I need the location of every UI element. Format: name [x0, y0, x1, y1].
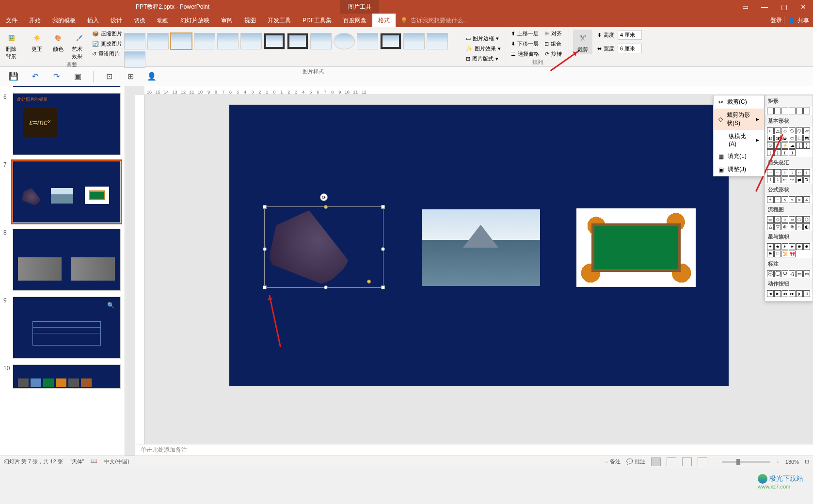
tab-insert[interactable]: 插入 [81, 14, 105, 27]
picture-style-thumb[interactable] [380, 33, 401, 49]
shape-callout[interactable]: 🗨 [781, 270, 788, 277]
ribbon-display-icon[interactable]: ▭ [735, 0, 755, 14]
minimize-icon[interactable]: — [755, 0, 774, 14]
slide-thumb-6[interactable]: 6 此处照片的标题 ε=mc² [13, 93, 121, 155]
shape-action[interactable]: ⏵ [796, 290, 803, 297]
rotation-handle[interactable]: ⟳ [320, 193, 328, 201]
shape-flowchart[interactable]: ▭ [767, 216, 774, 223]
shape-rect[interactable] [781, 108, 788, 114]
shape-arrow[interactable]: ↩ [781, 176, 788, 183]
slide-thumb-8[interactable]: 8 [13, 229, 121, 291]
reset-picture-button[interactable]: ↺重设图片 [91, 49, 123, 59]
shape-basic[interactable]: ⚡ [781, 142, 788, 149]
shape-basic[interactable]: ☁ [789, 142, 796, 149]
shape-action[interactable]: ◄ [767, 290, 774, 297]
shape-callout[interactable]: 🗯 [789, 270, 796, 277]
shape-equation[interactable]: × [781, 196, 788, 203]
shape-callout[interactable]: ▭ [803, 270, 810, 277]
shape-flowchart[interactable]: ⊗ [789, 223, 796, 230]
shape-equation[interactable]: − [774, 196, 781, 203]
tab-review[interactable]: 审阅 [215, 14, 239, 27]
shape-arrow[interactable]: ↑ [781, 169, 788, 176]
crop-menu-fill[interactable]: ▦填充(L) [714, 150, 764, 163]
shape-callout[interactable]: ▭ [796, 270, 803, 277]
remove-background-button[interactable]: 🖼️ 删除背景 [4, 29, 19, 61]
resize-handle[interactable] [381, 285, 385, 289]
tab-slideshow[interactable]: 幻灯片放映 [175, 14, 215, 27]
resize-handle[interactable] [381, 205, 385, 209]
crop-menu-fit[interactable]: ▣调整(J) [714, 163, 764, 176]
picture-style-thumb[interactable] [357, 33, 378, 49]
notes-toggle[interactable]: ≐ 备注 [604, 458, 621, 465]
picture-style-thumb[interactable] [124, 33, 145, 49]
shape-action[interactable]: ℹ [803, 290, 810, 297]
corrections-button[interactable]: ☀️更正 [27, 29, 47, 54]
slide-thumb-10[interactable]: 10 [13, 364, 121, 389]
shape-star[interactable]: ✸ [796, 243, 803, 250]
language-status[interactable]: 中文(中国) [104, 458, 129, 465]
shape-flowchart[interactable]: ○ [781, 216, 788, 223]
height-input[interactable] [618, 30, 642, 40]
picture-style-thumb[interactable] [217, 33, 239, 49]
shape-flowchart[interactable]: ◐ [803, 223, 810, 230]
shape-basic[interactable]: ⬡ [796, 127, 803, 134]
picture-style-thumb[interactable] [287, 33, 308, 49]
shape-action[interactable]: ⏮ [781, 290, 788, 297]
qat-icon[interactable]: ⊡ [103, 71, 115, 82]
shape-flowchart[interactable]: ⌂ [796, 223, 803, 230]
shape-flowchart[interactable]: ⬭ [796, 216, 803, 223]
tab-design[interactable]: 设计 [105, 14, 128, 27]
shape-star[interactable]: 🎀 [789, 251, 796, 257]
tab-baidu-netdisk[interactable]: 百度网盘 [337, 14, 372, 27]
comments-toggle[interactable]: 💬 批注 [626, 458, 645, 465]
shape-arrow[interactable]: ⤴ [767, 176, 774, 183]
shape-flowchart[interactable]: ▱ [789, 216, 796, 223]
redo-button[interactable]: ↷ [50, 71, 62, 82]
picture-style-thumb[interactable] [194, 33, 215, 49]
shape-rect[interactable] [774, 108, 781, 114]
shape-rect[interactable] [767, 108, 774, 114]
picture-style-thumb[interactable] [427, 33, 448, 49]
compress-picture-button[interactable]: 📦压缩图片 [91, 29, 123, 38]
tell-me-search[interactable]: 💡 告诉我您想要做什么... [400, 16, 468, 25]
undo-button[interactable]: ↶ [29, 71, 41, 82]
picture-styles-gallery[interactable] [124, 29, 463, 68]
slide-thumb-5[interactable] [13, 86, 121, 87]
resize-handle[interactable] [263, 285, 267, 289]
zoom-out-button[interactable]: − [713, 459, 716, 465]
shape-action[interactable]: ► [774, 290, 781, 297]
width-input[interactable] [618, 44, 642, 53]
tab-file[interactable]: 文件 [0, 14, 23, 27]
shape-arrow[interactable]: ↕ [803, 169, 810, 176]
shape-basic[interactable]: ( [781, 149, 788, 156]
shape-arrow[interactable]: ↪ [789, 176, 796, 183]
artistic-effects-button[interactable]: 🖌️艺术效果 [70, 29, 89, 61]
crop-menu-aspect[interactable]: 纵横比(A)▶ [714, 130, 764, 150]
shape-arrow[interactable]: → [767, 169, 774, 176]
shape-callout[interactable]: 💬 [767, 270, 774, 277]
shape-flowchart[interactable]: ◇ [774, 216, 781, 223]
slide-thumb-7[interactable]: 7 [13, 161, 121, 223]
picture-style-thumb[interactable] [403, 33, 425, 49]
group-button[interactable]: ⊡组合 [543, 39, 562, 48]
reading-view-button[interactable] [682, 457, 692, 466]
fit-to-window-button[interactable]: ⊡ [805, 458, 809, 465]
shape-basic[interactable]: ⬒ [803, 135, 810, 142]
tab-home[interactable]: 开始 [23, 14, 47, 27]
shape-basic[interactable]: { [796, 142, 803, 149]
shape-flowchart[interactable]: ⊕ [781, 223, 788, 230]
shape-basic[interactable]: ) [789, 149, 796, 156]
shape-star[interactable]: ⚑ [767, 251, 774, 257]
tab-view[interactable]: 视图 [239, 14, 262, 27]
tab-my-templates[interactable]: 我的模板 [47, 14, 81, 27]
shape-arrow[interactable]: ⇅ [803, 176, 810, 183]
shape-star[interactable]: ✶ [781, 243, 788, 250]
shape-equation[interactable]: + [767, 196, 774, 203]
tab-format[interactable]: 格式 [372, 14, 396, 27]
picture-effects-button[interactable]: ✨图片效果 ▾ [465, 44, 502, 53]
sorter-view-button[interactable] [667, 457, 676, 466]
shape-arrow[interactable]: ⇄ [796, 176, 803, 183]
shape-action[interactable]: ⏭ [789, 290, 796, 297]
picture-style-thumb[interactable] [310, 33, 332, 49]
resize-handle[interactable] [263, 247, 267, 251]
